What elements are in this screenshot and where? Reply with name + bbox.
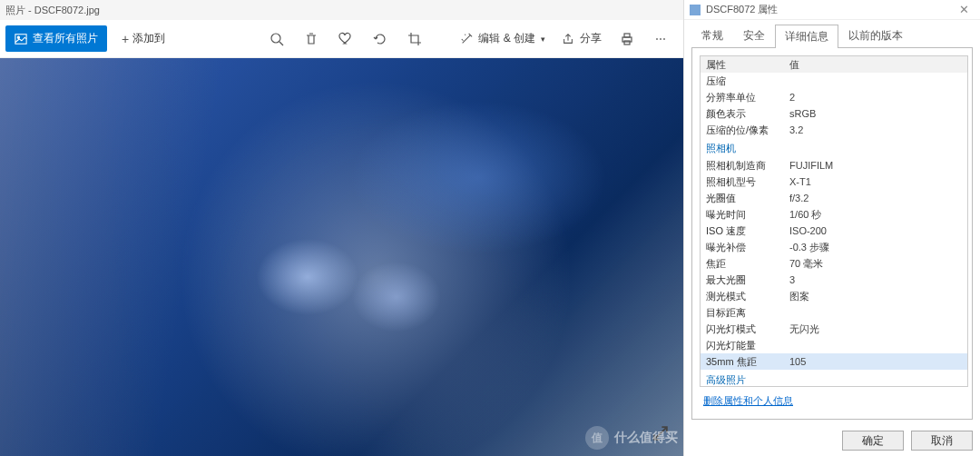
svg-rect-5 — [624, 41, 630, 45]
property-value: 3 — [789, 274, 967, 285]
property-key: 曝光时间 — [706, 208, 789, 222]
property-key: 照相机型号 — [706, 175, 789, 189]
tab-previous-versions[interactable]: 以前的版本 — [838, 24, 913, 47]
share-button[interactable]: 分享 — [554, 31, 609, 46]
property-value: 3.2 — [789, 124, 967, 135]
edit-create-label: 编辑 & 创建 — [478, 31, 535, 46]
property-value: f/3.2 — [789, 193, 967, 203]
view-all-photos-button[interactable]: 查看所有照片 — [5, 25, 107, 52]
tab-security[interactable]: 安全 — [733, 24, 775, 47]
svg-rect-4 — [624, 34, 630, 37]
property-row[interactable]: 照相机制造商FUJIFILM — [701, 157, 967, 173]
tab-details[interactable]: 详细信息 — [775, 25, 838, 48]
fullscreen-button[interactable] — [651, 423, 671, 443]
property-key: 分辨率单位 — [706, 91, 789, 104]
property-value: 图案 — [789, 290, 967, 303]
property-row[interactable]: 目标距离 — [701, 304, 967, 321]
property-row[interactable]: 照相机型号X-T1 — [701, 173, 967, 190]
property-row[interactable]: 焦距70 毫米 — [701, 255, 967, 272]
property-value: 70 毫米 — [789, 257, 967, 271]
property-key: 焦距 — [706, 257, 789, 271]
property-key: 目标距离 — [706, 306, 789, 320]
crop-button[interactable] — [398, 23, 431, 55]
tab-general[interactable]: 常规 — [691, 24, 733, 47]
properties-list[interactable]: 属性值压缩分辨率单位2颜色表示sRGB压缩的位/像素3.2照相机照相机制造商FU… — [700, 55, 968, 387]
property-row[interactable]: 曝光时间1/60 秒 — [701, 206, 967, 223]
property-key: 曝光补偿 — [706, 241, 789, 254]
view-all-photos-label: 查看所有照片 — [33, 31, 98, 46]
delete-button[interactable] — [295, 23, 328, 55]
favorite-button[interactable] — [329, 23, 362, 55]
add-to-label: 添加到 — [132, 31, 165, 46]
photos-toolbar: 查看所有照片 + 添加到 编辑 & 创建 ▾ — [0, 20, 683, 58]
property-row[interactable]: 35mm 焦距105 — [701, 353, 967, 370]
svg-rect-0 — [15, 34, 26, 44]
property-row[interactable]: 分辨率单位2 — [701, 89, 967, 105]
property-key: 最大光圈 — [706, 273, 789, 287]
more-icon: ⋯ — [655, 33, 668, 45]
property-row[interactable]: 最大光圈3 — [701, 272, 967, 288]
chevron-down-icon: ▾ — [541, 35, 545, 44]
photos-titlebar: 照片 - DSCF8072.jpg — [0, 0, 683, 20]
property-row[interactable]: 属性值 — [701, 56, 967, 73]
property-key: 照相机制造商 — [706, 159, 789, 173]
property-row[interactable]: 颜色表示sRGB — [701, 105, 967, 122]
property-key: 颜色表示 — [706, 107, 789, 121]
cancel-button[interactable]: 取消 — [911, 431, 973, 451]
property-row[interactable]: 测光模式图案 — [701, 288, 967, 304]
property-row[interactable]: 闪光灯模式无闪光 — [701, 321, 967, 337]
property-key: ISO 速度 — [706, 224, 789, 238]
edit-create-button[interactable]: 编辑 & 创建 ▾ — [453, 31, 553, 46]
property-key: 压缩的位/像素 — [706, 124, 789, 137]
photo-canvas[interactable]: 值 什么值得买 — [0, 58, 683, 456]
property-section: 高级照片 — [701, 370, 967, 387]
property-row[interactable]: 曝光补偿-0.3 步骤 — [701, 239, 967, 255]
ok-button[interactable]: 确定 — [842, 431, 904, 451]
property-key: 35mm 焦距 — [706, 355, 789, 369]
photos-title: 照片 - DSCF8072.jpg — [5, 4, 100, 17]
svg-point-1 — [17, 36, 19, 38]
share-label: 分享 — [580, 31, 602, 46]
property-row[interactable]: 压缩 — [701, 73, 967, 89]
photo-icon — [15, 33, 27, 45]
property-value: 1/60 秒 — [789, 208, 967, 222]
file-icon — [690, 5, 701, 15]
property-key: 闪光灯能量 — [706, 339, 789, 352]
close-button[interactable]: ✕ — [954, 3, 975, 16]
property-key: 测光模式 — [706, 290, 789, 303]
property-key: 闪光灯模式 — [706, 322, 789, 336]
property-value: 2 — [789, 92, 967, 103]
property-key: 光圈值 — [706, 192, 789, 205]
properties-window: DSCF8072 属性 ✕ 常规 安全 详细信息 以前的版本 属性值压缩分辨率单… — [684, 0, 980, 456]
property-row[interactable]: ISO 速度ISO-200 — [701, 223, 967, 239]
print-button[interactable] — [611, 23, 643, 55]
property-key: 压缩 — [706, 74, 789, 88]
property-value: -0.3 步骤 — [789, 241, 967, 254]
zoom-button[interactable] — [260, 23, 293, 55]
more-button[interactable]: ⋯ — [645, 23, 678, 55]
properties-buttons: 确定 取消 — [684, 425, 980, 456]
properties-title: DSCF8072 属性 — [706, 3, 778, 16]
property-section: 照相机 — [701, 138, 967, 157]
remove-properties-link[interactable]: 删除属性和个人信息 — [700, 387, 968, 415]
rotate-button[interactable] — [364, 23, 397, 55]
property-value: X-T1 — [789, 176, 967, 187]
svg-point-2 — [271, 34, 280, 43]
property-key: 属性 — [706, 58, 789, 72]
expand-icon — [651, 423, 671, 443]
property-row[interactable]: 压缩的位/像素3.2 — [701, 122, 967, 138]
toolbar-left: 查看所有照片 + 添加到 — [5, 25, 172, 52]
property-value: FUJIFILM — [789, 160, 967, 171]
photos-window: 照片 - DSCF8072.jpg 查看所有照片 + 添加到 — [0, 0, 684, 456]
property-value: ISO-200 — [789, 225, 967, 236]
add-to-button[interactable]: + 添加到 — [114, 25, 172, 52]
property-row[interactable]: 光圈值f/3.2 — [701, 190, 967, 206]
property-value: 无闪光 — [789, 322, 967, 336]
properties-titlebar: DSCF8072 属性 ✕ — [684, 0, 980, 20]
property-value: sRGB — [789, 108, 967, 119]
property-row[interactable]: 闪光灯能量 — [701, 337, 967, 353]
properties-tabs: 常规 安全 详细信息 以前的版本 — [684, 20, 980, 47]
property-value: 105 — [789, 356, 967, 367]
share-icon — [562, 33, 574, 45]
property-value: 值 — [789, 58, 967, 72]
